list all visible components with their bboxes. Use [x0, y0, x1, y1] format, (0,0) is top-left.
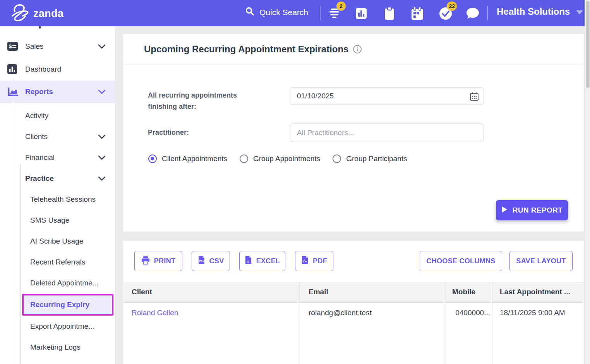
chevron-down-icon — [98, 176, 106, 181]
info-icon[interactable] — [353, 45, 362, 54]
appointment-type-radios: Client Appointments Group Appointments G… — [148, 155, 407, 163]
practitioner-input[interactable] — [290, 124, 484, 142]
pdf-file-icon — [301, 256, 309, 266]
date-field-label: All recurring appointments finishing aft… — [148, 90, 256, 112]
sidebar-item-financial[interactable]: Financial — [0, 147, 115, 168]
brand-name: zanda — [33, 8, 63, 20]
reports-icon — [7, 87, 18, 97]
zanda-logo-icon — [9, 3, 30, 24]
page-scrollbar — [585, 0, 590, 364]
mobile-cell: 0400000... — [446, 303, 492, 364]
sidebar-item-deleted-appointments[interactable]: Deleted Appointme... — [0, 273, 115, 294]
csv-file-icon: CSV — [198, 256, 205, 266]
sidebar-item-clients[interactable]: Clients — [0, 126, 115, 147]
radio-group-participants[interactable]: Group Participants — [333, 155, 407, 163]
chevron-down-icon — [98, 89, 106, 94]
radio-unselected-icon — [240, 155, 248, 163]
save-layout-button[interactable]: SAVE LAYOUT — [509, 251, 573, 271]
chevron-down-icon — [576, 10, 583, 14]
account-menu[interactable]: Health Solutions — [497, 6, 583, 17]
panel-header: Upcoming Recurring Appointment Expiratio… — [123, 34, 584, 64]
report-results-panel: PRINT CSV CSV x — [123, 241, 584, 364]
printer-icon — [141, 256, 150, 266]
waitlist-badge: 2 — [336, 2, 346, 11]
quick-search[interactable]: Quick Search — [245, 7, 308, 18]
chevron-down-icon — [98, 44, 106, 49]
radio-selected-icon — [148, 155, 157, 163]
play-icon — [501, 206, 508, 215]
account-name: Health Solutions — [497, 6, 570, 17]
radio-group-appointments[interactable]: Group Appointments — [240, 155, 320, 163]
last-appointment-cell: 18/11/2025 9:00 AM — [492, 303, 584, 364]
date-field — [290, 87, 484, 105]
practitioner-field — [290, 124, 484, 142]
excel-button[interactable]: x EXCEL — [239, 251, 285, 271]
sidebar-item-export-appointments[interactable]: Export Appointme... — [0, 316, 115, 337]
sidebar-item-dashboard[interactable]: Dashboard — [0, 58, 115, 81]
sidebar-item-recent-referrals[interactable]: Recent Referrals — [0, 252, 115, 273]
clipped-item-fragment — [39, 26, 41, 29]
navbar-divider — [487, 6, 488, 20]
run-report-button[interactable]: RUN REPORT — [496, 200, 568, 220]
table-header-row: Client Email Mobile Last Appointment ... — [123, 282, 584, 303]
clipboard-icon[interactable] — [381, 5, 398, 22]
report-criteria-panel: Upcoming Recurring Appointment Expiratio… — [123, 34, 584, 232]
waitlist-icon[interactable]: 2 — [326, 5, 343, 22]
brand[interactable]: zanda — [9, 3, 63, 24]
sidebar-item-marketing-logs[interactable]: Marketing Logs — [0, 337, 115, 358]
calendar-picker-icon[interactable] — [470, 92, 479, 101]
sidebar-item-sales[interactable]: $ Sales — [0, 35, 115, 58]
sales-icon: $ — [7, 42, 18, 51]
chevron-down-icon — [98, 155, 106, 160]
messages-icon[interactable] — [465, 5, 481, 22]
sidebar-item-telehealth-sessions[interactable]: Telehealth Sessions — [0, 189, 115, 210]
recurring-expiry-highlight: Recurring Expiry — [22, 294, 113, 316]
reports-nav-icon[interactable] — [353, 5, 369, 22]
svg-text:CSV: CSV — [199, 260, 205, 263]
radio-client-appointments[interactable]: Client Appointments — [148, 155, 227, 163]
sidebar-item-activity[interactable]: Activity — [0, 105, 115, 126]
calendar-icon[interactable] — [409, 5, 425, 22]
sidebar-item-practice[interactable]: Practice — [0, 168, 115, 189]
search-icon — [245, 7, 254, 18]
tasks-badge: 22 — [447, 2, 457, 11]
export-toolbar: PRINT CSV CSV x — [134, 251, 573, 271]
chevron-down-icon — [98, 134, 106, 139]
quick-search-label: Quick Search — [259, 8, 308, 17]
results-table: Client Email Mobile Last Appointment ...… — [123, 282, 584, 364]
date-input[interactable] — [290, 88, 484, 105]
navbar-divider — [320, 6, 321, 20]
column-header-last-appointment[interactable]: Last Appointment ... — [492, 282, 584, 302]
email-cell: rolandg@client.test — [300, 303, 446, 364]
client-link[interactable]: Roland Gellen — [132, 309, 178, 317]
column-header-mobile[interactable]: Mobile — [446, 282, 492, 302]
scrollbar-thumb[interactable] — [586, 1, 590, 88]
practitioner-field-label: Practitioner: — [148, 127, 256, 138]
column-header-client[interactable]: Client — [123, 282, 300, 302]
column-header-email[interactable]: Email — [300, 282, 446, 302]
sidebar-item-recurring-expiry[interactable]: Recurring Expiry — [0, 294, 115, 316]
main-content: Upcoming Recurring Appointment Expiratio… — [115, 26, 585, 364]
top-navbar: zanda Quick Search 2 — [0, 0, 585, 26]
sidebar-item-ai-scribe-usage[interactable]: AI Scribe Usage — [0, 231, 115, 252]
client-cell: Roland Gellen — [123, 303, 300, 364]
print-button[interactable]: PRINT — [134, 251, 182, 271]
svg-text:x: x — [247, 259, 249, 263]
dashboard-icon — [7, 64, 17, 74]
csv-button[interactable]: CSV CSV — [192, 251, 230, 271]
radio-unselected-icon — [333, 155, 341, 163]
sidebar-item-sms-usage[interactable]: SMS Usage — [0, 210, 115, 231]
sidebar-item-reports[interactable]: Reports — [0, 81, 115, 103]
excel-file-icon: x — [245, 256, 252, 266]
sidebar: $ Sales Dashboard — [0, 26, 115, 364]
pdf-button[interactable]: PDF — [295, 251, 333, 271]
tasks-icon[interactable]: 22 — [437, 5, 454, 22]
svg-text:$: $ — [9, 43, 12, 49]
page-title: Upcoming Recurring Appointment Expiratio… — [144, 44, 348, 55]
choose-columns-button[interactable]: CHOOSE COLUMNS — [420, 251, 502, 271]
table-row: Roland Gellen rolandg@client.test 040000… — [123, 303, 584, 364]
